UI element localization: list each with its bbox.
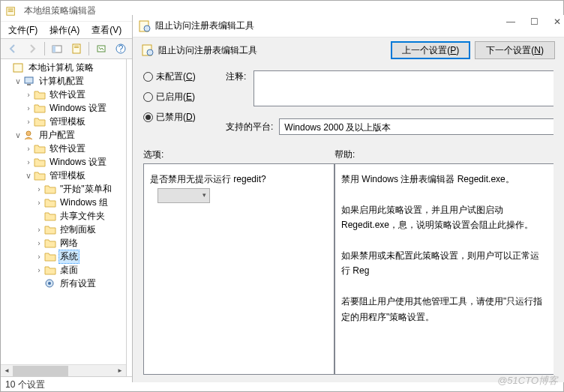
radio-enabled[interactable]: 已启用(E) [143,91,226,103]
help-label: 帮助: [334,148,554,163]
options-panel: 是否禁用无提示运行 regedit? ▾ [143,163,334,375]
tree-all-settings[interactable]: 所有设置 [1,277,126,290]
policy-item-icon [142,44,154,56]
svg-rect-6 [73,44,80,53]
menu-view[interactable]: 查看(V) [87,22,126,38]
computer-icon [23,76,35,86]
tree-software-settings-u[interactable]: ›软件设置 [1,142,126,155]
help-paragraph: 禁用 Windows 注册表编辑器 Regedit.exe。 [341,172,548,187]
help-panel: 禁用 Windows 注册表编辑器 Regedit.exe。 如果启用此策略设置… [334,163,554,375]
svg-point-15 [26,131,31,136]
policy-setting-dialog: — ☐ ✕ 阻止访问注册表编辑工具 阻止访问注册表编辑工具 上一个设置(P) 下… [132,15,564,382]
platform-value-box: Windows 2000 及以上版本 [279,118,554,135]
properties-button[interactable] [68,40,86,57]
tree-control-panel[interactable]: ›控制面板 [1,223,126,236]
svg-point-17 [48,282,51,285]
comment-textbox[interactable] [254,70,554,106]
policy-icon [13,62,25,73]
policy-item-icon [139,20,151,32]
dialog-subheader: 阻止访问注册表编辑工具 上一个设置(P) 下一个设置(N) [133,37,564,63]
options-label: 选项: [143,148,334,163]
back-button [4,40,22,57]
tree-windows-settings[interactable]: ›Windows 设置 [1,101,126,115]
scroll-right-button[interactable]: ► [114,366,126,376]
config-radio-group: 未配置(C) 已启用(E) 已禁用(D) [143,70,226,124]
close-button[interactable]: ✕ [554,16,561,27]
minimize-button[interactable]: — [506,16,515,27]
folder-icon [34,170,46,181]
tree-network[interactable]: ›网络 [1,236,126,250]
tree-pane: 本地计算机 策略 v计算机配置 ›软件设置 ›Windows 设置 ›管理模板 … [1,59,127,376]
tree-user-config[interactable]: v用户配置 [1,128,126,142]
scroll-left-button[interactable]: ◄ [1,366,13,376]
tree-shared-folders[interactable]: 共享文件夹 [1,209,126,223]
tree-desktop[interactable]: ›桌面 [1,263,126,277]
menu-action[interactable]: 操作(A) [45,22,84,38]
comment-label: 注释: [226,70,246,106]
help-paragraph: 如果禁用或未配置此策略设置，则用户可以正常运行 Reg [341,248,548,279]
tree-software-settings[interactable]: ›软件设置 [1,88,126,101]
svg-rect-5 [52,46,56,52]
folder-icon [34,116,46,127]
scroll-thumb[interactable] [13,366,68,376]
folder-icon [44,197,56,208]
folder-icon [34,143,46,154]
previous-setting-button[interactable]: 上一个设置(P) [391,41,470,59]
svg-rect-7 [74,46,79,46]
radio-disabled[interactable]: 已禁用(D) [143,111,226,124]
svg-rect-14 [27,84,31,85]
folder-icon [44,184,56,194]
tree-start-menu[interactable]: ›"开始"菜单和 [1,182,126,196]
user-icon [23,130,35,140]
next-setting-button[interactable]: 下一个设置(N) [475,41,555,59]
menu-file[interactable]: 文件(F) [4,22,42,38]
tree-windows-components[interactable]: ›Windows 组 [1,196,126,209]
tree-root[interactable]: 本地计算机 策略 [1,61,126,74]
tree-h-scrollbar[interactable]: ◄ ► [1,364,126,376]
status-text: 10 个设置 [5,379,45,390]
gpedit-icon [5,6,17,16]
svg-point-21 [147,49,153,55]
svg-rect-8 [74,47,79,48]
maximize-button[interactable]: ☐ [530,16,538,27]
radio-not-configured[interactable]: 未配置(C) [143,70,226,83]
show-hide-button[interactable] [48,40,66,57]
svg-rect-1 [8,8,14,9]
svg-rect-2 [8,10,14,10]
platform-label: 支持的平台: [226,121,273,133]
svg-text:?: ? [118,43,124,54]
svg-rect-12 [14,64,22,72]
help-button[interactable]: ? [112,40,130,57]
tree-windows-settings-u[interactable]: ›Windows 设置 [1,155,126,169]
folder-icon [44,238,56,248]
tree-system[interactable]: ›系统 [1,250,126,263]
options-question: 是否禁用无提示运行 regedit? [150,174,266,184]
filter-button[interactable] [92,40,110,57]
watermark: @51CTO博客 [497,374,558,388]
dialog-content: 未配置(C) 已启用(E) 已禁用(D) 注释: 支持的平台: Windows … [133,63,564,382]
settings-icon [44,278,56,289]
dialog-title-text: 阻止访问注册表编辑工具 [155,19,254,32]
options-dropdown[interactable]: ▾ [158,188,210,203]
policy-tree[interactable]: 本地计算机 策略 v计算机配置 ›软件设置 ›Windows 设置 ›管理模板 … [1,59,126,364]
folder-icon [44,211,56,221]
forward-button [23,40,41,57]
folder-icon [44,251,56,262]
separator [88,42,89,55]
tree-admin-templates-u[interactable]: v管理模板 [1,169,126,182]
help-paragraph: 若要阻止用户使用其他管理工具，请使用"只运行指定的用程序"策略设置。 [341,294,548,325]
separator [44,42,45,55]
folder-icon [34,89,46,100]
main-title: 本地组策略编辑器 [24,4,96,17]
scroll-track[interactable] [13,366,114,376]
tree-computer-config[interactable]: v计算机配置 [1,74,126,88]
dialog-titlebar[interactable]: 阻止访问注册表编辑工具 [133,15,564,37]
tree-admin-templates[interactable]: ›管理模板 [1,115,126,128]
folder-icon [34,103,46,113]
chevron-down-icon: ▾ [202,190,206,201]
dialog-subtitle: 阻止访问注册表编辑工具 [158,44,257,57]
lower-panels: 选项: 是否禁用无提示运行 regedit? ▾ 帮助: 禁用 Windows … [143,148,554,375]
folder-icon [34,157,46,167]
folder-icon [44,224,56,235]
svg-rect-3 [8,11,14,12]
